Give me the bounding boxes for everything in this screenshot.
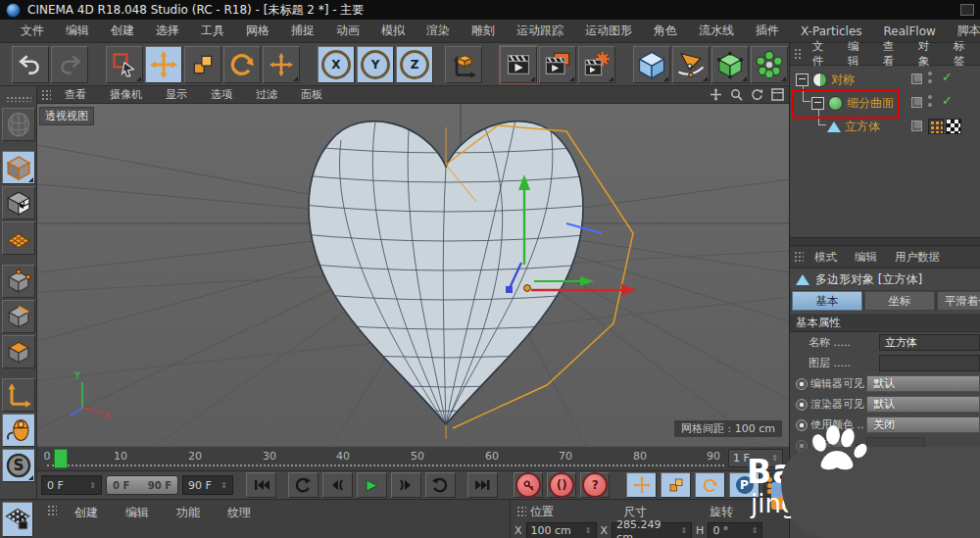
play-reverse-button[interactable] xyxy=(288,472,318,498)
window-control-icon[interactable] xyxy=(960,4,974,16)
polygon-mode-button[interactable] xyxy=(2,335,35,368)
menu-render[interactable]: 渲染 xyxy=(416,23,461,39)
mat-menu-edit[interactable]: 编辑 xyxy=(112,505,163,521)
enable-check[interactable]: ✓ xyxy=(942,93,953,108)
model-mode-button[interactable] xyxy=(2,151,35,184)
mat-menu-create[interactable]: 创建 xyxy=(61,505,112,521)
vp-menu-camera[interactable]: 摄像机 xyxy=(98,87,154,102)
workplane-mode-button[interactable] xyxy=(2,221,35,255)
editor-visibility-dropdown[interactable]: 默认 xyxy=(866,375,980,392)
subdivision-surface-button[interactable] xyxy=(711,46,749,83)
menu-sculpt[interactable]: 雕刻 xyxy=(461,23,506,39)
primitive-cube-button[interactable] xyxy=(633,46,670,83)
menu-snap[interactable]: 捕捉 xyxy=(280,23,325,39)
vp-menu-panel[interactable]: 面板 xyxy=(289,87,334,102)
am-menu-edit[interactable]: 编辑 xyxy=(846,250,886,265)
tab-coordinates[interactable]: 坐标 xyxy=(864,291,935,311)
perspective-viewport[interactable]: Y X 查看 摄像机 显示 选项 过滤 面板 透视视图 网格间距 : 100 c… xyxy=(37,86,789,446)
move-tool-button[interactable] xyxy=(145,46,182,83)
key-scale-button[interactable] xyxy=(661,472,691,498)
redo-button[interactable] xyxy=(51,46,88,83)
coordinate-panel-handle[interactable] xyxy=(516,506,526,518)
render-visibility-dropdown[interactable]: 默认 xyxy=(866,396,980,413)
point-selection-tag-icon[interactable] xyxy=(928,119,944,134)
keyframe-radio-icon[interactable] xyxy=(796,378,808,390)
frame-range-slider[interactable]: 0 F 90 F xyxy=(106,475,178,495)
use-color-dropdown[interactable]: 关闭 xyxy=(866,416,980,433)
last-used-tool-button[interactable] xyxy=(263,46,300,83)
timeline-ruler[interactable]: 0 10 20 30 40 50 60 70 80 90 1 F⇕ xyxy=(37,446,789,471)
om-menu-tags[interactable]: 标签 xyxy=(945,39,980,69)
viewport-menu-handle[interactable] xyxy=(41,89,51,101)
render-view-button[interactable] xyxy=(500,46,537,83)
key-rotation-button[interactable] xyxy=(695,472,725,498)
texture-mode-button[interactable] xyxy=(2,186,35,220)
menu-select[interactable]: 选择 xyxy=(145,23,190,39)
vp-menu-display[interactable]: 显示 xyxy=(154,87,199,102)
tab-basic[interactable]: 基本 xyxy=(792,291,862,311)
texture-tag-icon[interactable] xyxy=(946,119,961,134)
object-row-subdivision-surface[interactable]: 细分曲面 xyxy=(811,91,894,115)
menu-realflow[interactable]: RealFlow xyxy=(873,24,947,38)
layer-toggle[interactable] xyxy=(911,121,922,131)
am-menu-userdata[interactable]: 用户数据 xyxy=(886,250,949,265)
viewport-zoom-icon[interactable] xyxy=(729,87,744,102)
next-key-button[interactable] xyxy=(391,472,421,498)
previous-key-button[interactable] xyxy=(322,472,353,498)
sculpt-mode-button[interactable] xyxy=(2,108,35,141)
menu-xparticles[interactable]: X-Particles xyxy=(790,24,873,38)
am-menu-mode[interactable]: 模式 xyxy=(806,250,846,265)
edge-mode-button[interactable] xyxy=(2,300,35,333)
mat-menu-function[interactable]: 功能 xyxy=(163,505,214,521)
object-row-cube[interactable]: 立方体 xyxy=(827,115,880,138)
viewport-solo-button[interactable] xyxy=(2,414,35,447)
om-menu-edit[interactable]: 编辑 xyxy=(839,39,874,69)
vp-menu-options[interactable]: 选项 xyxy=(199,87,244,102)
coordinate-system-button[interactable] xyxy=(445,46,482,83)
sidebar-drag-handle[interactable] xyxy=(6,96,31,102)
position-x-field[interactable]: 100 cm⇕ xyxy=(526,522,597,538)
menu-edit[interactable]: 编辑 xyxy=(55,23,100,39)
render-settings-button[interactable] xyxy=(578,46,615,83)
keyframe-selection-button[interactable]: ? xyxy=(580,472,610,498)
array-generator-button[interactable] xyxy=(751,46,788,83)
menu-motion-tracker[interactable]: 运动跟踪 xyxy=(506,23,574,39)
collapse-icon[interactable] xyxy=(811,97,824,110)
view-label[interactable]: 透视视图 xyxy=(39,107,94,125)
layer-field[interactable] xyxy=(879,355,980,371)
om-menu-file[interactable]: 文件 xyxy=(804,39,839,69)
axis-mode-button[interactable] xyxy=(2,378,35,412)
viewport-pan-icon[interactable] xyxy=(709,87,723,102)
spline-pen-button[interactable] xyxy=(672,46,710,83)
om-menu-object[interactable]: 对象 xyxy=(909,39,945,69)
autokey-button[interactable]: () xyxy=(547,472,576,498)
panel-splitter[interactable] xyxy=(790,237,980,246)
menu-plugins[interactable]: 插件 xyxy=(745,23,790,39)
go-to-end-button[interactable] xyxy=(467,472,498,498)
lock-y-axis-button[interactable]: Y xyxy=(357,46,394,83)
object-row-symmetry[interactable]: 对称 xyxy=(796,68,855,91)
material-manager-icon-button[interactable] xyxy=(2,502,33,537)
menu-script[interactable]: 脚本 xyxy=(947,23,980,39)
menu-simulate[interactable]: 模拟 xyxy=(370,23,416,39)
viewport-rotate-icon[interactable] xyxy=(750,87,764,102)
mat-menu-texture[interactable]: 纹理 xyxy=(214,505,265,521)
points-mode-button[interactable] xyxy=(2,265,35,298)
play-loop-button[interactable] xyxy=(425,472,456,498)
visibility-dots[interactable] xyxy=(928,95,933,107)
tab-phong[interactable]: 平滑着色 xyxy=(937,291,980,311)
undo-button[interactable] xyxy=(12,46,49,83)
rotation-h-field[interactable]: 0 °⇕ xyxy=(708,522,762,538)
attribute-manager-handle[interactable] xyxy=(794,251,804,264)
vp-menu-view[interactable]: 查看 xyxy=(53,87,98,102)
vp-menu-filter[interactable]: 过滤 xyxy=(244,87,289,102)
material-menu-handle[interactable] xyxy=(47,505,57,517)
menu-create[interactable]: 创建 xyxy=(100,23,145,39)
menu-file[interactable]: 文件 xyxy=(10,23,55,39)
play-forward-button[interactable] xyxy=(357,472,387,498)
visibility-dots[interactable] xyxy=(928,72,933,83)
menu-pipeline[interactable]: 流水线 xyxy=(688,23,745,39)
current-frame-field[interactable]: 0 F⇕ xyxy=(41,475,102,495)
menu-character[interactable]: 角色 xyxy=(643,23,688,39)
layer-toggle[interactable] xyxy=(911,73,922,84)
